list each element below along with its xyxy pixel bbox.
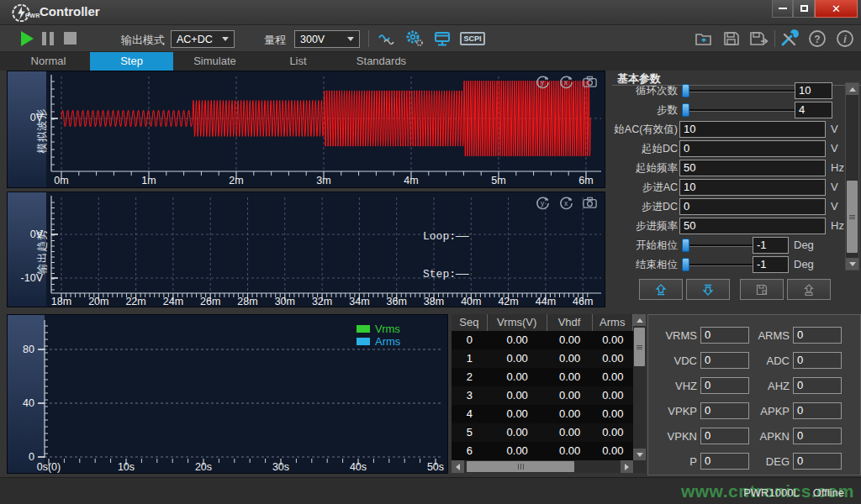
- table-header-cell[interactable]: Seq: [452, 314, 488, 331]
- slider-track[interactable]: [683, 244, 753, 247]
- params-scrollbar[interactable]: [845, 82, 859, 270]
- move-down-button[interactable]: [686, 279, 730, 300]
- table-hscrollbar[interactable]: [452, 460, 646, 473]
- stop-button[interactable]: [64, 32, 77, 45]
- slider-track[interactable]: [683, 109, 795, 112]
- slider-thumb[interactable]: [682, 239, 689, 252]
- param-unit: Hz: [831, 161, 844, 174]
- param-value-input[interactable]: 0: [679, 198, 826, 215]
- param-value-input[interactable]: 0: [679, 140, 826, 157]
- table-row[interactable]: 20.000.000.00: [452, 368, 633, 386]
- param-value-input[interactable]: 4: [795, 102, 832, 118]
- param-value-input[interactable]: -1: [753, 237, 789, 254]
- tick-label: 40: [23, 397, 34, 409]
- load-steps-button[interactable]: [787, 279, 831, 300]
- tab-standards[interactable]: Standards: [340, 52, 423, 71]
- snapshot-camera-icon[interactable]: [582, 74, 598, 90]
- param-value-input[interactable]: 10: [679, 121, 826, 138]
- scroll-down-icon[interactable]: [633, 449, 646, 460]
- tick-label: 4m: [404, 175, 418, 186]
- toolbar: 输出模式 AC+DC 量程 300V: [0, 25, 861, 52]
- scroll-down-icon[interactable]: [846, 258, 858, 270]
- tab-list[interactable]: List: [256, 52, 340, 71]
- table-row[interactable]: 30.000.000.00: [452, 386, 633, 405]
- run-button[interactable]: [21, 31, 34, 46]
- param-value-input[interactable]: -1: [753, 256, 789, 273]
- param-unit: Deg: [794, 258, 814, 270]
- reset-x-zoom-icon[interactable]: x: [558, 74, 574, 90]
- scrollbar-thumb[interactable]: [634, 328, 645, 366]
- tick-label: 0m: [54, 175, 68, 186]
- reset-y-zoom-icon[interactable]: y: [535, 74, 551, 90]
- tab-simulate[interactable]: Simulate: [173, 52, 256, 71]
- param-value-input[interactable]: 50: [679, 218, 826, 234]
- snapshot-camera-icon[interactable]: [582, 195, 598, 211]
- param-value-input[interactable]: 10: [795, 82, 832, 99]
- slider-thumb[interactable]: [682, 258, 689, 271]
- svg-text:?: ?: [814, 34, 820, 45]
- scroll-up-icon[interactable]: [633, 314, 646, 326]
- legend-label: Vrms: [375, 323, 400, 335]
- waveform-plot[interactable]: 0m1m2m3m4m5m6m: [46, 71, 605, 188]
- settings-button[interactable]: [404, 29, 425, 49]
- scroll-right-icon[interactable]: [621, 460, 633, 473]
- help-button[interactable]: ?: [806, 29, 828, 49]
- save-button[interactable]: [721, 29, 742, 49]
- save-as-button[interactable]: [748, 29, 770, 49]
- tab-normal[interactable]: Normal: [7, 52, 90, 71]
- table-cell: 0.00: [488, 442, 547, 460]
- slider-track[interactable]: [683, 264, 753, 266]
- range-select[interactable]: 300V: [294, 30, 360, 48]
- output-mode-select[interactable]: AC+DC: [171, 30, 235, 48]
- slider-track[interactable]: [683, 90, 795, 92]
- close-button[interactable]: ✕: [815, 0, 858, 18]
- maximize-button[interactable]: [793, 0, 815, 18]
- param-label: 步数: [607, 103, 678, 118]
- table-row[interactable]: 50.000.000.00: [452, 423, 633, 442]
- tick-label: 80: [23, 344, 34, 355]
- scroll-left-icon[interactable]: [452, 460, 464, 473]
- loop-readout: Loop:——: [423, 230, 469, 243]
- open-file-button[interactable]: [693, 29, 715, 49]
- scrollbar-thumb[interactable]: [847, 181, 858, 253]
- param-value-input[interactable]: 50: [679, 160, 826, 176]
- trend-ytick-neg10v: -10V: [13, 272, 43, 284]
- remote-display-button[interactable]: [431, 29, 453, 49]
- trend-plot[interactable]: 18m20m22m24m26m28m30m32m34m36m38m40m42m4…: [46, 192, 605, 307]
- chevron-down-icon: [222, 37, 229, 41]
- move-up-button[interactable]: [639, 279, 683, 300]
- table-cell: 4: [452, 405, 488, 423]
- pause-button[interactable]: [42, 32, 54, 45]
- slider-thumb[interactable]: [682, 103, 689, 117]
- param-label: 开始相位: [607, 239, 678, 253]
- table-header-cell[interactable]: Vhdf: [547, 314, 593, 331]
- info-icon: i: [836, 29, 854, 48]
- table-cell: 0.00: [488, 331, 547, 349]
- param-value-input[interactable]: 10: [679, 179, 826, 196]
- scpi-button[interactable]: SCPI: [459, 29, 486, 49]
- table-row[interactable]: 00.000.000.00: [452, 331, 633, 349]
- reset-x-zoom-icon[interactable]: x: [558, 195, 574, 211]
- waveform-view-button[interactable]: [377, 29, 399, 49]
- about-button[interactable]: i: [834, 29, 856, 49]
- monitor-chart: 804000s(0)10s20s30s40s50s VrmsArms: [7, 314, 448, 474]
- scrollbar-thumb[interactable]: [467, 461, 574, 472]
- tick-label: 44m: [536, 296, 556, 307]
- table-header-cell[interactable]: Vrms(V): [488, 314, 547, 331]
- table-row[interactable]: 10.000.000.00: [452, 349, 633, 368]
- minimize-button[interactable]: [772, 0, 793, 18]
- trend-chart-tools: y x: [535, 195, 598, 211]
- table-header-cell[interactable]: Arms: [593, 314, 633, 331]
- monitor-icon: [432, 29, 452, 48]
- reset-y-zoom-icon[interactable]: y: [535, 195, 551, 211]
- tools-button[interactable]: [779, 29, 800, 49]
- scroll-up-icon[interactable]: [846, 83, 858, 95]
- table-vscrollbar[interactable]: [633, 314, 646, 460]
- tick-label: 28m: [237, 296, 257, 307]
- table-row[interactable]: 40.000.000.00: [452, 405, 633, 423]
- load-file-icon: [802, 283, 816, 297]
- slider-thumb[interactable]: [682, 84, 689, 97]
- tab-step[interactable]: Step: [90, 52, 173, 71]
- table-row[interactable]: 60.000.000.00: [452, 442, 633, 460]
- save-steps-button[interactable]: [740, 279, 784, 300]
